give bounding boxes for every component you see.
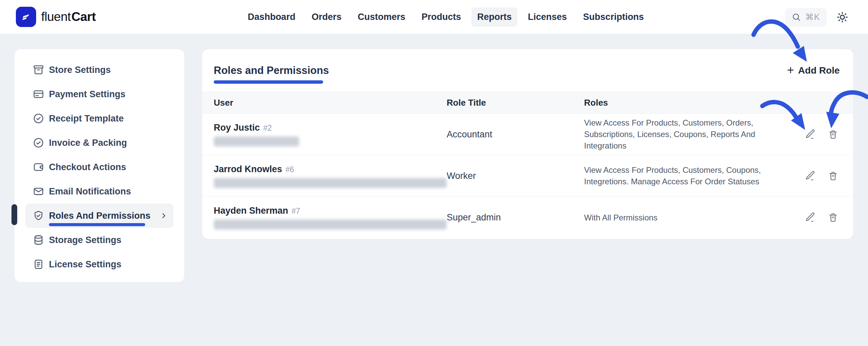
- user-id: #6: [286, 165, 294, 174]
- nav-item-dashboard[interactable]: Dashboard: [242, 7, 301, 27]
- top-bar: fluentCart Dashboard Orders Customers Pr…: [0, 0, 868, 34]
- sidebar-item-storage-settings[interactable]: Storage Settings: [25, 228, 174, 252]
- user-id: #2: [263, 124, 272, 133]
- page-title: Roles and Permissions: [214, 64, 329, 77]
- edit-icon: [805, 212, 816, 223]
- sidebar-item-label: Checkout Actions: [49, 162, 126, 172]
- wallet-icon: [33, 161, 44, 173]
- table-header: User Role Title Roles: [202, 92, 853, 114]
- file-text-icon: [33, 259, 44, 270]
- roles-cell: View Access For Products, Customers, Ord…: [584, 117, 783, 152]
- sidebar-item-label: Email Notifications: [49, 186, 131, 197]
- panel-header: Roles and Permissions + Add Role: [202, 49, 853, 92]
- user-cell: Hayden Sherman #7: [214, 206, 447, 230]
- user-cell: Roy Justic #2: [214, 123, 447, 147]
- sidebar-item-receipt-template[interactable]: Receipt Template: [25, 106, 174, 131]
- actions-cell: [793, 212, 853, 223]
- sidebar-item-invoice-packing[interactable]: Invoice & Packing: [25, 131, 174, 155]
- nav-item-orders[interactable]: Orders: [306, 7, 347, 27]
- edit-role-button[interactable]: [805, 171, 816, 181]
- table-row: Roy Justic #2 Accountant View Access For…: [202, 114, 853, 155]
- nav-item-licenses[interactable]: Licenses: [522, 7, 573, 27]
- fluentcart-logo-icon: [16, 7, 36, 27]
- actions-cell: [793, 129, 853, 140]
- nav-item-reports[interactable]: Reports: [472, 7, 518, 27]
- sidebar-item-payment-settings[interactable]: Payment Settings: [25, 82, 174, 106]
- nav-item-subscriptions[interactable]: Subscriptions: [577, 7, 650, 27]
- edit-role-button[interactable]: [805, 129, 816, 140]
- top-actions: ⌘K: [785, 0, 848, 34]
- roles-cell: With All Permissions: [584, 212, 783, 223]
- column-header-role-title: Role Title: [447, 98, 584, 108]
- sidebar-item-license-settings[interactable]: License Settings: [25, 252, 174, 276]
- main-nav: Dashboard Orders Customers Products Repo…: [242, 0, 650, 34]
- sidebar-item-label: Invoice & Packing: [49, 138, 127, 148]
- column-header-user: User: [214, 98, 447, 108]
- page: fluentCart Dashboard Orders Customers Pr…: [0, 0, 868, 346]
- edit-icon: [805, 129, 816, 140]
- user-cell: Jarrod Knowles #6: [214, 164, 447, 188]
- delete-role-button[interactable]: [828, 212, 838, 223]
- active-item-underline: [49, 223, 145, 226]
- user-id: #7: [292, 207, 300, 216]
- redacted-email: [214, 136, 299, 147]
- sidebar-item-label: Store Settings: [49, 65, 111, 75]
- search-icon: [792, 12, 801, 22]
- user-name: Jarrod Knowles: [214, 164, 282, 175]
- sidebar-item-email-notifications[interactable]: Email Notifications: [25, 179, 174, 204]
- role-title-cell: Super_admin: [447, 212, 584, 223]
- mail-icon: [33, 186, 44, 197]
- circle-check-icon: [33, 137, 44, 149]
- plus-icon: +: [787, 64, 794, 76]
- user-name: Roy Justic: [214, 123, 260, 133]
- nav-item-customers[interactable]: Customers: [352, 7, 411, 27]
- edit-icon: [805, 171, 816, 181]
- sidebar-item-store-settings[interactable]: Store Settings: [25, 58, 174, 82]
- table-row: Hayden Sherman #7 Super_admin With All P…: [202, 197, 853, 238]
- circle-check-icon: [33, 113, 44, 124]
- edit-role-button[interactable]: [805, 212, 816, 223]
- column-header-roles: Roles: [584, 98, 793, 108]
- roles-and-permissions-panel: Roles and Permissions + Add Role User Ro…: [202, 49, 853, 239]
- sidebar-item-label: Storage Settings: [49, 235, 122, 245]
- delete-icon: [828, 171, 838, 181]
- role-title-cell: Accountant: [447, 129, 584, 140]
- shield-check-icon: [33, 210, 44, 221]
- archive-icon: [33, 64, 44, 76]
- add-role-button[interactable]: + Add Role: [787, 65, 840, 76]
- search-button[interactable]: ⌘K: [785, 8, 827, 27]
- nav-item-products[interactable]: Products: [416, 7, 467, 27]
- add-role-label: Add Role: [798, 65, 840, 76]
- settings-sidebar: Store Settings Payment Settings Receipt …: [15, 49, 184, 282]
- brand-logo[interactable]: fluentCart: [16, 7, 96, 27]
- search-shortcut: ⌘K: [805, 12, 820, 22]
- sidebar-item-roles-and-permissions[interactable]: Roles And Permissions: [25, 204, 174, 228]
- credit-card-icon: [33, 88, 44, 100]
- sidebar-item-label: Receipt Template: [49, 113, 124, 124]
- redacted-email: [214, 178, 447, 188]
- delete-icon: [828, 212, 838, 223]
- delete-role-button[interactable]: [828, 129, 838, 140]
- title-underline: [214, 80, 323, 84]
- active-item-marker: [11, 204, 17, 225]
- sidebar-item-checkout-actions[interactable]: Checkout Actions: [25, 155, 174, 179]
- delete-role-button[interactable]: [828, 171, 838, 181]
- sidebar-item-label: License Settings: [49, 259, 122, 270]
- user-name: Hayden Sherman: [214, 206, 288, 216]
- redacted-email: [214, 219, 447, 230]
- sidebar-item-label: Roles And Permissions: [49, 211, 151, 221]
- role-title-cell: Worker: [447, 171, 584, 181]
- sun-icon: [836, 11, 848, 23]
- database-icon: [33, 234, 44, 246]
- roles-cell: View Access For Products, Customers, Cou…: [584, 164, 783, 187]
- brand-name: fluentCart: [41, 10, 96, 24]
- delete-icon: [828, 129, 838, 140]
- table-row: Jarrod Knowles #6 Worker View Access For…: [202, 155, 853, 197]
- theme-toggle-button[interactable]: [836, 11, 848, 23]
- sidebar-item-label: Payment Settings: [49, 89, 126, 100]
- actions-cell: [793, 171, 853, 181]
- chevron-right-icon: [159, 211, 168, 220]
